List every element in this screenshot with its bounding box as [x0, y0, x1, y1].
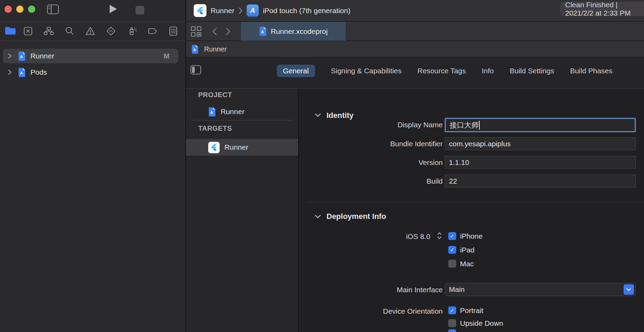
upside-down-checkbox[interactable]: [448, 319, 456, 327]
issue-navigator-icon[interactable]: [85, 26, 95, 36]
activity-status[interactable]: Clean Finished | 2021/2/2 at 2:33 PM: [560, 2, 644, 16]
version-label: Version: [325, 158, 443, 167]
project-targets-panel: PROJECT A Runner TARGETS Runner: [186, 89, 299, 332]
text-caret: [479, 121, 480, 130]
xcodeproj-file-icon: A: [259, 27, 267, 36]
breadcrumb[interactable]: Runner: [204, 45, 227, 53]
xcodeproj-file-icon: A: [18, 52, 26, 61]
toggle-project-list-icon[interactable]: [190, 65, 201, 75]
navigator-item-runner[interactable]: A Runner M: [3, 49, 178, 63]
targets-header: TARGETS: [198, 124, 232, 132]
iphone-checkbox[interactable]: [448, 232, 456, 240]
xcodeproj-file-icon: A: [191, 45, 199, 54]
svg-text:A: A: [20, 71, 23, 75]
navigator-item-label: Pods: [30, 68, 47, 76]
ios-version-label[interactable]: iOS 8.0: [313, 232, 430, 241]
run-button[interactable]: [109, 4, 118, 14]
main-interface-label: Main Interface: [325, 286, 443, 294]
project-header: PROJECT: [198, 91, 232, 99]
version-input[interactable]: 1.1.10: [445, 156, 636, 169]
find-navigator-icon[interactable]: [64, 26, 75, 36]
portrait-checkbox[interactable]: [448, 306, 456, 314]
sidebar-divider[interactable]: [185, 0, 186, 332]
display-name-input[interactable]: 接口大师: [445, 118, 636, 132]
main-interface-dropdown[interactable]: Main: [445, 283, 636, 296]
symbol-navigator-icon[interactable]: [44, 26, 54, 36]
tab-signing-capabilities[interactable]: Signing & Capabilities: [331, 67, 402, 75]
ios-version-stepper[interactable]: [437, 232, 442, 239]
panel-divider: [191, 120, 293, 120]
device-orientation-label: Device Orientation: [325, 307, 443, 315]
disclosure-chevron-icon[interactable]: [8, 69, 12, 75]
ipad-checkbox[interactable]: [448, 246, 456, 254]
project-row-label: Runner: [221, 108, 245, 116]
project-navigator-icon[interactable]: [5, 26, 15, 36]
mac-checkbox-label: Mac: [460, 260, 474, 268]
source-control-icon[interactable]: [23, 26, 33, 36]
svg-text:A: A: [193, 48, 196, 52]
build-label: Build: [325, 177, 443, 185]
project-editor-tab-strip: General Signing & Capabilities Resource …: [186, 58, 644, 89]
upside-down-checkbox-label: Upside Down: [460, 319, 503, 328]
svg-text:A: A: [261, 30, 264, 34]
debug-navigator-icon[interactable]: [127, 26, 138, 36]
minimize-window-button[interactable]: [16, 6, 24, 13]
navigator-item-label: Runner: [30, 52, 54, 60]
portrait-checkbox-label: Portrait: [460, 306, 484, 315]
editor-breadcrumb-bar: A Runner: [186, 41, 644, 57]
xcode-window: A Runner M A Pods Runner A iPod touch (7…: [0, 0, 644, 332]
toggle-navigator-icon[interactable]: [47, 4, 59, 15]
iphone-checkbox-label: iPhone: [460, 232, 482, 240]
build-value: 22: [449, 177, 457, 185]
deployment-section-title: Deployment Info: [326, 212, 386, 221]
main-interface-value: Main: [449, 285, 465, 294]
scheme-selector[interactable]: Runner: [211, 7, 234, 15]
project-row-runner[interactable]: A Runner: [186, 103, 298, 120]
tab-resource-tags[interactable]: Resource Tags: [417, 67, 466, 75]
target-row-label: Runner: [224, 143, 248, 151]
tab-overview-icon[interactable]: [191, 26, 202, 37]
navigator-sidebar: A Runner M A Pods: [0, 0, 185, 332]
modified-badge: M: [164, 52, 169, 60]
xcodeproj-file-icon: A: [208, 107, 216, 117]
activity-status-text: Clean Finished | 2021/2/2 at 2:33 PM: [565, 1, 644, 17]
editor-tab-bar: A Runner.xcodeproj: [186, 22, 644, 41]
breadcrumb-chevron-icon: [239, 7, 242, 14]
run-destination-selector[interactable]: iPod touch (7th generation): [263, 7, 350, 15]
identity-disclosure-icon[interactable]: [315, 113, 321, 117]
ipad-checkbox-label: iPad: [460, 246, 475, 254]
partial-checkbox[interactable]: [448, 329, 456, 332]
dropdown-chevron-icon[interactable]: [624, 284, 634, 295]
svg-text:A: A: [20, 55, 23, 59]
flutter-app-icon: [194, 4, 206, 17]
flutter-target-icon: [208, 142, 220, 153]
xcodeproj-file-icon: A: [18, 68, 26, 77]
section-divider: [307, 202, 644, 202]
report-navigator-icon[interactable]: [168, 26, 178, 36]
disclosure-chevron-icon[interactable]: [8, 53, 12, 59]
close-window-button[interactable]: [4, 6, 12, 13]
bundle-identifier-label: Bundle Identifier: [325, 140, 443, 148]
bundle-identifier-input[interactable]: com.yesapi.apiplus: [445, 137, 636, 150]
build-input[interactable]: 22: [445, 175, 636, 187]
tab-general[interactable]: General: [277, 65, 315, 77]
mac-checkbox[interactable]: [448, 260, 456, 268]
bundle-identifier-value: com.yesapi.apiplus: [449, 140, 511, 148]
tab-runner-xcodeproj[interactable]: A Runner.xcodeproj: [240, 22, 346, 41]
test-navigator-icon[interactable]: [106, 26, 116, 36]
breakpoint-navigator-icon[interactable]: [147, 26, 158, 36]
navigator-item-pods[interactable]: A Pods: [3, 65, 178, 80]
stop-button[interactable]: [136, 6, 144, 15]
navigator-rail: [0, 22, 185, 40]
tab-build-phases[interactable]: Build Phases: [570, 67, 613, 75]
deployment-disclosure-icon[interactable]: [315, 214, 321, 219]
go-forward-icon[interactable]: [226, 27, 231, 36]
tab-info[interactable]: Info: [482, 67, 494, 75]
tab-build-settings[interactable]: Build Settings: [510, 67, 554, 75]
zoom-window-button[interactable]: [28, 6, 35, 13]
toolbar: Runner A iPod touch (7th generation) Cle…: [186, 0, 644, 21]
svg-text:A: A: [210, 110, 213, 114]
version-value: 1.1.10: [449, 158, 469, 167]
target-row-runner[interactable]: Runner: [186, 139, 298, 156]
go-back-icon[interactable]: [212, 27, 217, 36]
